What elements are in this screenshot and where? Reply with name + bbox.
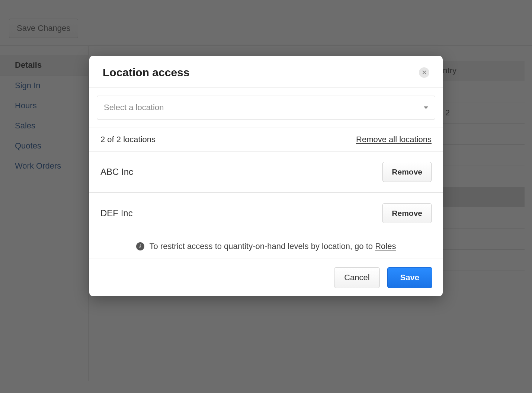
location-row: DEF Inc Remove (89, 193, 443, 234)
close-button[interactable]: ✕ (419, 67, 429, 78)
remove-location-button[interactable]: Remove (382, 162, 432, 182)
location-access-modal: Location access ✕ Select a location 2 of… (89, 56, 443, 296)
location-count-text: 2 of 2 locations (100, 135, 156, 144)
remove-all-locations-link[interactable]: Remove all locations (356, 135, 432, 144)
location-select[interactable]: Select a location (97, 96, 435, 119)
modal-footer: Cancel Save (89, 259, 443, 296)
location-select-placeholder: Select a location (104, 103, 164, 112)
location-count-row: 2 of 2 locations Remove all locations (89, 128, 443, 151)
info-text: To restrict access to quantity-on-hand l… (150, 242, 396, 251)
remove-location-button[interactable]: Remove (382, 203, 432, 223)
location-row: ABC Inc Remove (89, 151, 443, 193)
location-select-wrap: Select a location (89, 87, 443, 128)
modal-title: Location access (103, 66, 189, 79)
save-button[interactable]: Save (387, 267, 432, 288)
roles-link[interactable]: Roles (375, 242, 396, 251)
modal-overlay: Location access ✕ Select a location 2 of… (0, 0, 532, 393)
cancel-button[interactable]: Cancel (334, 267, 379, 288)
close-icon: ✕ (422, 69, 427, 76)
location-name: ABC Inc (100, 167, 133, 177)
location-name: DEF Inc (100, 208, 133, 218)
info-icon: i (136, 242, 144, 250)
chevron-down-icon (424, 106, 428, 109)
info-text-prefix: To restrict access to quantity-on-hand l… (150, 242, 375, 251)
modal-header: Location access ✕ (89, 56, 443, 87)
info-row: i To restrict access to quantity-on-hand… (89, 234, 443, 259)
